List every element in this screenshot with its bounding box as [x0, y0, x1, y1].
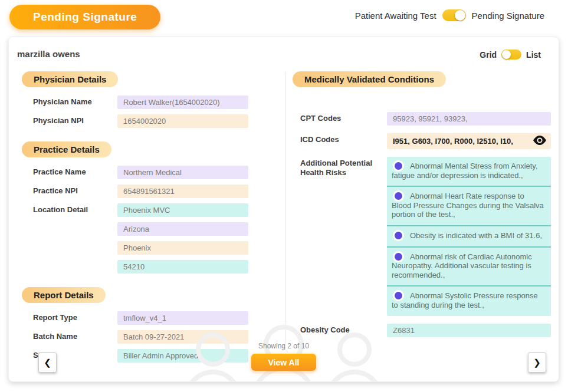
page-title: Pending Signature	[9, 5, 160, 29]
bullet-icon	[395, 232, 402, 239]
field-value: Phoenix	[117, 241, 248, 255]
toggle-knob	[502, 50, 511, 59]
field-row-practice-npi: Practice NPI 654891561321	[22, 185, 257, 198]
field-row-zip: 54210	[22, 260, 257, 274]
field-label	[22, 241, 117, 243]
showing-count: Showing 2 of 10	[9, 342, 559, 350]
field-label	[22, 260, 117, 262]
field-label: Report Type	[22, 311, 117, 322]
field-row-practice-name: Practice Name Northern Medical	[22, 166, 257, 179]
field-label: Physician NPI	[22, 114, 117, 125]
field-value: 1654002020	[117, 114, 248, 128]
field-value: I951, G603, I700, R000, I2510, I10,	[387, 133, 551, 149]
bullet-icon	[395, 292, 402, 299]
field-row-health-risks: Additional Potential Health Risks Abnorm…	[293, 157, 551, 316]
field-label: Batch Name	[22, 330, 117, 341]
field-label: Location Detail	[22, 203, 117, 214]
risk-item: Abnormal Heart Rate response to Blood Pr…	[387, 187, 551, 226]
field-label	[22, 222, 117, 224]
field-row-physician-name: Physician Name Robert Walker(1654002020)	[22, 95, 257, 109]
field-row-cpt-codes: CPT Codes 95923, 95921, 93923,	[293, 112, 551, 126]
field-value: Robert Walker(1654002020)	[117, 95, 248, 109]
health-risk-list: Abnormal Mental Stress from Anxiety, fat…	[387, 157, 551, 316]
column-divider	[285, 71, 286, 344]
risk-text: Abnormal Mental Stress from Anxiety, fat…	[392, 162, 538, 180]
status-toggle-group: Patient Awaiting Test Pending Signature	[355, 9, 544, 21]
field-label: ICD Codes	[293, 133, 387, 144]
field-value: Northern Medical	[117, 166, 248, 179]
risk-text: Abnormal Systolic Pressure response to s…	[392, 291, 538, 309]
risk-item: Obesity is indicated with a BMI of 31.6,	[387, 226, 551, 248]
bullet-icon	[395, 253, 402, 261]
list-label: List	[526, 50, 541, 60]
field-label: Physician Name	[22, 95, 117, 106]
chevron-right-icon[interactable]: ❯	[528, 353, 546, 373]
section-medically-validated-conditions: Medically Validated Conditions	[293, 71, 446, 87]
risk-text: Abnormal risk of Cardiac Autonomic Neuro…	[392, 252, 532, 279]
section-physician-details: Physician Details	[22, 71, 118, 87]
risk-item: Abnormal Systolic Pressure response to s…	[387, 286, 551, 315]
patient-name: marzilla owens	[17, 49, 80, 59]
left-column: Physician Details Physician Name Robert …	[22, 71, 257, 368]
section-report-details: Report Details	[22, 287, 106, 303]
field-value: Phoenix MVC	[117, 203, 248, 217]
grid-label: Grid	[480, 50, 497, 60]
risk-item: Abnormal Mental Stress from Anxiety, fat…	[387, 157, 551, 187]
field-row-icd-codes: ICD Codes I951, G603, I700, R000, I2510,…	[293, 133, 551, 149]
field-label: Practice NPI	[22, 185, 117, 195]
bullet-icon	[395, 192, 402, 200]
eye-icon[interactable]	[532, 134, 547, 147]
field-row-physician-npi: Physician NPI 1654002020	[22, 114, 257, 128]
right-column: Medically Validated Conditions CPT Codes…	[293, 71, 551, 345]
field-value: tmflow_v4_1	[117, 311, 248, 325]
toggle-knob	[455, 10, 465, 21]
risk-text: Obesity is indicated with a BMI of 31.6,	[410, 231, 542, 240]
risk-item: Abnormal risk of Cardiac Autonomic Neuro…	[387, 248, 551, 287]
patient-card: marzilla owens Grid List Physician Detai…	[8, 37, 559, 382]
field-row-location-detail: Location Detail Phoenix MVC	[22, 203, 257, 217]
field-label: CPT Codes	[293, 112, 387, 123]
chevron-left-icon[interactable]: ❮	[38, 353, 57, 373]
field-value: Arizona	[117, 222, 248, 236]
field-value: 54210	[117, 260, 248, 274]
view-all-button[interactable]: View All	[251, 354, 316, 371]
pending-signature-label: Pending Signature	[472, 11, 544, 21]
field-row-report-type: Report Type tmflow_v4_1	[22, 311, 257, 325]
field-value: 654891561321	[117, 185, 248, 198]
status-toggle[interactable]	[442, 9, 466, 21]
section-practice-details: Practice Details	[22, 141, 111, 157]
icd-codes-text: I951, G603, I700, R000, I2510, I10,	[393, 137, 513, 146]
page: Pending Signature Patient Awaiting Test …	[0, 0, 568, 392]
risk-text: Abnormal Heart Rate response to Blood Pr…	[392, 192, 544, 219]
field-row-city: Phoenix	[22, 241, 257, 255]
grid-list-toggle[interactable]	[501, 50, 521, 60]
field-label: Additional Potential Health Risks	[293, 157, 387, 178]
bullet-icon	[395, 162, 402, 170]
field-value: 95923, 95921, 93923,	[387, 112, 551, 126]
patient-awaiting-test-label: Patient Awaiting Test	[355, 11, 436, 21]
field-label: Practice Name	[22, 166, 117, 176]
field-label: Status	[22, 349, 117, 360]
field-row-state: Arizona	[22, 222, 257, 236]
view-toggle-group: Grid List	[480, 50, 541, 60]
